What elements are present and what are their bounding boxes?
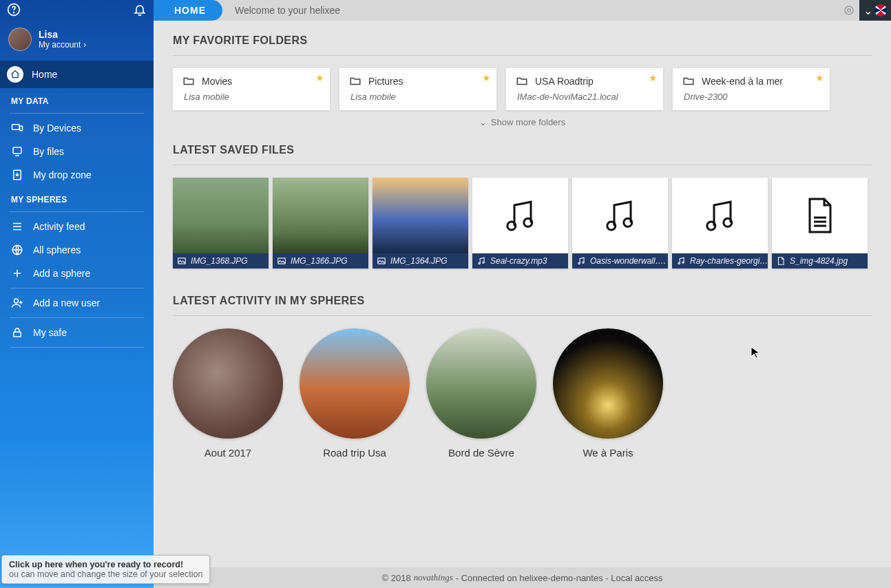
- language-selector[interactable]: ⌄: [859, 0, 891, 21]
- plus-icon: [11, 267, 23, 280]
- footer: © 2018 novathings - Connected on helixee…: [154, 567, 891, 588]
- spheres-row: Aout 2017 Road trip Usa Bord de Sèvre We…: [173, 328, 872, 459]
- connection-status: - Connected on helixee-demo-nantes - Loc…: [456, 573, 663, 583]
- svg-rect-4: [13, 147, 21, 154]
- image-icon: [177, 256, 187, 266]
- folder-card[interactable]: ★ USA Roadtrip IMac-de-NoviMac21.local: [506, 68, 663, 110]
- sphere-item[interactable]: Road trip Usa: [300, 328, 410, 459]
- svg-point-19: [623, 218, 631, 227]
- star-icon: ★: [815, 72, 824, 83]
- sidebar-item-by-devices[interactable]: By Devices: [0, 116, 154, 140]
- svg-rect-8: [14, 332, 21, 337]
- folder-card[interactable]: ★ Pictures Lisa mobile: [339, 68, 496, 110]
- sphere-item[interactable]: Aout 2017: [173, 328, 283, 459]
- svg-point-9: [845, 6, 853, 14]
- image-thumbnail: [273, 178, 368, 253]
- image-thumbnail: [173, 178, 269, 253]
- flag-uk-icon: [874, 4, 887, 17]
- svg-point-23: [723, 218, 731, 227]
- sidebar-item-drop-zone[interactable]: My drop zone: [0, 163, 154, 187]
- latest-files-row: IMG_1368.JPG IMG_1366.JPG IMG_1364.JPG S…: [173, 178, 872, 269]
- section-my-data: MY DATA: [0, 88, 154, 110]
- chevron-right-icon: ›: [83, 40, 86, 50]
- folder-icon: [682, 75, 695, 87]
- sidebar-item-add-user[interactable]: Add a new user: [0, 291, 154, 315]
- section-title-spheres: LATEST ACTIVITY IN MY SPHERES: [173, 295, 872, 307]
- welcome-text: Welcome to your helixee: [222, 5, 340, 16]
- sphere-thumbnail: [426, 328, 536, 439]
- star-icon: ★: [649, 72, 658, 83]
- svg-point-21: [583, 262, 584, 263]
- svg-point-15: [523, 218, 532, 227]
- dropzone-icon: [11, 169, 23, 181]
- section-title-latest-files: LATEST SAVED FILES: [173, 144, 872, 156]
- section-my-spheres: MY SPHERES: [0, 187, 154, 209]
- folder-card[interactable]: ★ Week-end à la mer Drive-2300: [673, 68, 830, 110]
- music-icon: [676, 256, 686, 266]
- sidebar-item-by-files[interactable]: By files: [0, 140, 154, 163]
- header: HOME Welcome to your helixee ⌄: [154, 0, 891, 21]
- home-icon: [7, 66, 23, 83]
- files-icon: [11, 145, 23, 158]
- chevron-down-icon: ⌄: [863, 4, 872, 17]
- music-icon: [476, 256, 486, 266]
- brand-name: novathings: [414, 572, 453, 583]
- sphere-item[interactable]: We à Paris: [553, 328, 663, 459]
- file-card[interactable]: Ray-charles-georgi…: [672, 178, 768, 269]
- recorder-overlay[interactable]: Click up here when you're ready to recor…: [1, 555, 210, 584]
- section-title-favorites: MY FAVORITE FOLDERS: [173, 34, 872, 47]
- audio-thumbnail: [672, 178, 768, 253]
- svg-point-24: [678, 262, 680, 264]
- favorite-folders-row: ★ Movies Lisa mobile ★ Pictures Lisa mob…: [173, 68, 872, 110]
- user-block[interactable]: Lisa My account ›: [0, 22, 154, 61]
- folder-icon: [516, 75, 528, 87]
- main-content: MY FAVORITE FOLDERS ★ Movies Lisa mobile…: [154, 21, 891, 567]
- file-card[interactable]: Seal-crazy.mp3: [472, 178, 568, 269]
- file-card[interactable]: IMG_1366.JPG: [273, 178, 368, 269]
- svg-rect-2: [12, 125, 20, 130]
- star-icon: ★: [315, 72, 324, 83]
- help-icon[interactable]: [7, 3, 21, 19]
- sphere-thumbnail: [553, 328, 663, 439]
- svg-point-20: [578, 262, 580, 264]
- file-card[interactable]: S_img-4824.jpg: [772, 178, 868, 269]
- user-name: Lisa: [39, 29, 86, 40]
- tab-home[interactable]: HOME: [154, 0, 222, 21]
- target-icon[interactable]: [839, 0, 859, 21]
- add-user-icon: [11, 297, 23, 309]
- svg-point-10: [848, 9, 851, 12]
- activity-icon: [11, 220, 23, 233]
- my-account-link[interactable]: My account ›: [39, 40, 86, 50]
- folder-card[interactable]: ★ Movies Lisa mobile: [173, 68, 330, 110]
- show-more-folders[interactable]: ⌄Show more folders: [173, 110, 872, 144]
- svg-point-16: [479, 262, 480, 264]
- lock-icon: [11, 326, 23, 339]
- svg-point-25: [682, 262, 684, 263]
- file-card[interactable]: IMG_1368.JPG: [173, 178, 269, 269]
- sidebar-item-all-spheres[interactable]: All spheres: [0, 238, 154, 262]
- sidebar-item-activity-feed[interactable]: Activity feed: [0, 215, 154, 238]
- image-thumbnail: [373, 178, 468, 253]
- sphere-item[interactable]: Bord de Sèvre: [426, 328, 536, 459]
- copyright: © 2018: [382, 573, 411, 583]
- file-card[interactable]: Oasis-wonderwall….: [572, 178, 668, 269]
- avatar: [8, 28, 32, 51]
- folder-icon: [349, 75, 361, 87]
- file-icon: [776, 256, 786, 266]
- sidebar-item-add-sphere[interactable]: Add a sphere: [0, 262, 154, 285]
- sphere-thumbnail: [300, 328, 410, 439]
- sphere-thumbnail: [173, 328, 283, 439]
- devices-icon: [11, 122, 23, 134]
- globe-icon: [11, 244, 23, 256]
- music-icon: [576, 256, 586, 266]
- sidebar-item-my-safe[interactable]: My safe: [0, 321, 154, 344]
- svg-point-17: [483, 262, 484, 263]
- audio-thumbnail: [472, 178, 568, 253]
- svg-rect-3: [20, 126, 23, 131]
- sidebar-item-home[interactable]: Home: [0, 61, 154, 88]
- bell-icon[interactable]: [133, 3, 147, 19]
- sidebar: Lisa My account › Home MY DATA By Device…: [0, 0, 154, 588]
- file-card[interactable]: IMG_1364.JPG: [373, 178, 468, 269]
- chevron-down-icon: ⌄: [479, 117, 487, 127]
- image-icon: [377, 256, 386, 266]
